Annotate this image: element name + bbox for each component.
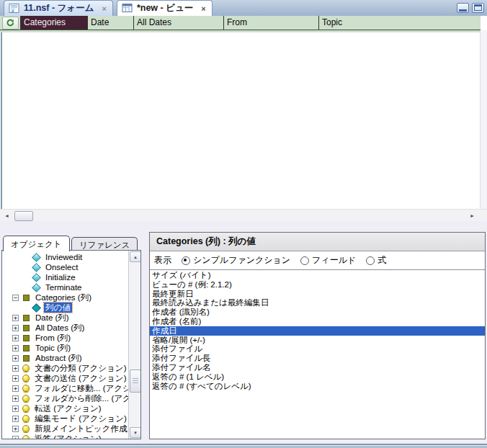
radio-option-item[interactable]: フィールド: [300, 254, 356, 266]
simple-function-list: サイズ (バイト)ビューの # (例: 2.1.2)最終更新日最終読み込みまたは…: [150, 269, 485, 439]
objects-panel-tabs: オブジェクト リファレンス: [3, 236, 139, 251]
tab-objects[interactable]: オブジェクト: [3, 236, 70, 251]
expand-plus-icon[interactable]: +: [12, 375, 19, 382]
column-icon: [23, 295, 30, 301]
horizontal-scrollbar[interactable]: ◄ ►: [0, 209, 487, 221]
tree-item-all-dates[interactable]: +All Dates (列): [2, 323, 129, 333]
tree-item-item[interactable]: +新規メイントピック作成 (ア: [2, 424, 129, 434]
refresh-button[interactable]: [2, 17, 19, 30]
expand-plus-icon[interactable]: +: [12, 416, 19, 422]
expand-plus-icon[interactable]: +: [12, 355, 19, 362]
scroll-up-icon[interactable]: ▲: [130, 251, 141, 262]
expand-plus-icon[interactable]: +: [12, 426, 19, 432]
tree-scrollbar[interactable]: ▲ ▼: [128, 251, 140, 439]
column-header-topic[interactable]: Topic: [319, 16, 481, 30]
function-list-item[interactable]: サイズ (バイト): [150, 271, 485, 280]
tree-item-terminate[interactable]: Terminate: [2, 282, 129, 292]
column-header-all-dates[interactable]: All Dates: [134, 16, 224, 30]
tree-item-abstract[interactable]: +Abstract (列): [2, 353, 129, 363]
collapse-minus-icon[interactable]: −: [12, 295, 19, 301]
expand-plus-icon[interactable]: +: [12, 315, 19, 321]
minimize-icon[interactable]: [457, 3, 469, 13]
tree-item-label: Abstract (列): [34, 353, 84, 363]
expand-plus-icon[interactable]: +: [12, 406, 19, 412]
expand-plus-icon[interactable]: +: [12, 335, 19, 341]
column-icon: [23, 315, 30, 321]
action-icon: [22, 375, 30, 382]
display-option-row: 表示 シンプルファンクションフィールド式: [150, 251, 485, 270]
objects-tree-panel: InvieweditOnselectInitializeTerminate−Ca…: [1, 250, 141, 439]
tab-reference[interactable]: リファレンス: [71, 237, 138, 251]
tree-item-label: 文書の分類 (アクション): [33, 363, 128, 373]
function-list-item[interactable]: 最終更新日: [150, 290, 485, 299]
tree-item-onselect[interactable]: Onselect: [2, 262, 129, 272]
function-list-item[interactable]: 添付ファイル: [150, 344, 485, 354]
column-icon: [23, 335, 30, 341]
tree-item-item[interactable]: +転送 (アクション): [2, 403, 129, 413]
radio-icon[interactable]: [366, 256, 375, 265]
action-icon: [22, 395, 30, 402]
expand-plus-icon[interactable]: +: [12, 395, 19, 402]
radio-option-item[interactable]: 式: [366, 254, 386, 266]
expand-plus-icon[interactable]: +: [12, 325, 19, 331]
tree-scrollbar-thumb[interactable]: [130, 369, 141, 393]
tree-item-label: 新規メイントピック作成 (ア: [33, 424, 129, 434]
tree-item-categories[interactable]: −Categories (列): [2, 292, 129, 303]
column-header-categories[interactable]: Categories: [21, 16, 88, 30]
column-header-from[interactable]: From: [224, 16, 319, 30]
pane-left-border: [1, 16, 2, 221]
tree-item-item[interactable]: +文書の分類 (アクション): [2, 363, 129, 373]
function-list-item[interactable]: 最終読み込みまたは最終編集日: [150, 298, 485, 308]
radio-icon[interactable]: [182, 256, 190, 265]
value-icon: [32, 303, 41, 313]
function-list-item[interactable]: 返答の # (1 レベル): [150, 372, 485, 382]
tree-item-topic[interactable]: +Topic (列): [2, 343, 129, 353]
tree-item-from[interactable]: +From (列): [2, 333, 129, 343]
expand-plus-icon[interactable]: +: [12, 385, 19, 392]
function-list-item[interactable]: 返答の # (すべてのレベル): [150, 382, 485, 391]
action-icon: [22, 425, 30, 432]
tab-view-new[interactable]: *new - ビュー ×: [117, 0, 213, 16]
scroll-right-icon[interactable]: ►: [468, 212, 476, 220]
restore-icon[interactable]: [472, 3, 484, 13]
tree-item-item[interactable]: +文書の送信 (アクション): [2, 373, 129, 383]
radio-label: シンプルファンクション: [193, 254, 290, 266]
expand-plus-icon[interactable]: +: [12, 436, 19, 439]
tree-item-label: 編集モード (アクション): [33, 413, 128, 424]
bottom-panels: オブジェクト リファレンス InvieweditOnselectInitiali…: [0, 221, 487, 439]
function-list-item[interactable]: 省略/展開 (+/-): [150, 336, 485, 345]
window-controls: [457, 3, 484, 13]
close-icon[interactable]: ×: [201, 4, 205, 13]
horizontal-scrollbar-thumb[interactable]: [14, 211, 33, 221]
tree-item-item[interactable]: +返答 (アクション): [2, 434, 129, 439]
radio-option-item[interactable]: シンプルファンクション: [182, 254, 290, 266]
tree-item-label: All Dates (列): [34, 323, 86, 333]
tree-item-item[interactable]: +フォルダに移動... (アクショ: [2, 383, 129, 393]
radio-icon[interactable]: [300, 256, 309, 265]
scroll-down-icon[interactable]: ▼: [130, 427, 141, 438]
radio-label: 式: [377, 254, 386, 266]
vertical-scrollbar-track[interactable]: [480, 30, 487, 210]
expand-plus-icon[interactable]: +: [12, 365, 19, 372]
tree-item-item[interactable]: +フォルダから削除... (アクシ: [2, 393, 129, 403]
function-list-item[interactable]: ビューの # (例: 2.1.2): [150, 280, 485, 290]
function-list-item[interactable]: 添付ファイル名: [150, 363, 485, 372]
tree-item-item[interactable]: 列の値: [2, 303, 129, 313]
tree-item-inviewedit[interactable]: Inviewedit: [2, 252, 129, 262]
function-list-item[interactable]: 作成者 (識別名): [150, 308, 485, 317]
tree-item-item[interactable]: +編集モード (アクション): [2, 413, 129, 424]
tab-form-11nsf[interactable]: 11.nsf - フォーム ×: [4, 0, 113, 16]
expand-plus-icon[interactable]: +: [12, 345, 19, 351]
tree-item-label: 転送 (アクション): [33, 403, 103, 413]
function-list-item[interactable]: 作成日: [150, 326, 485, 336]
column-header-date[interactable]: Date: [88, 16, 134, 30]
event-icon: [32, 273, 41, 282]
tree-item-date[interactable]: +Date (列): [2, 313, 129, 323]
scroll-left-icon[interactable]: ◄: [3, 212, 11, 220]
function-list-item[interactable]: 作成者 (名前): [150, 317, 485, 326]
panel-title: Categories (列) : 列の値: [150, 233, 485, 251]
close-icon[interactable]: ×: [102, 4, 106, 13]
tree-item-initialize[interactable]: Initialize: [2, 272, 129, 282]
function-list-item[interactable]: 添付ファイル長: [150, 354, 485, 363]
tree-item-label: 列の値: [44, 303, 72, 313]
